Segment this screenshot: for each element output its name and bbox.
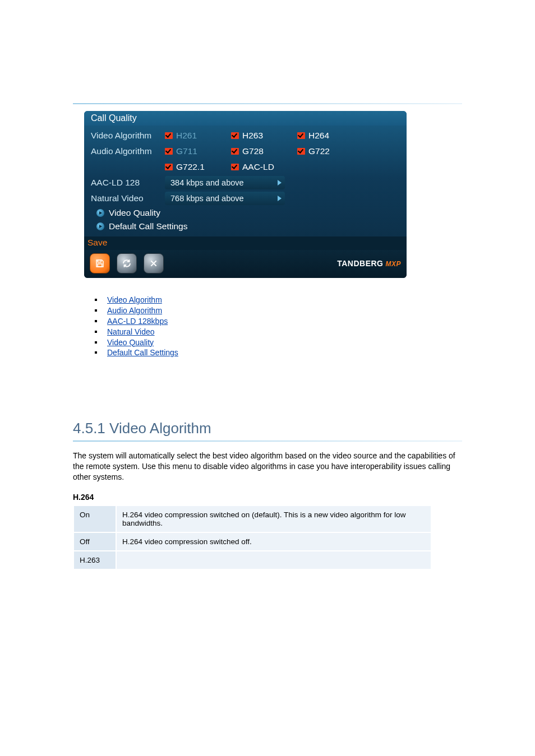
row-aac-ld-128: AAC-LD 128 384 kbps and above [91, 175, 400, 191]
top-divider [73, 103, 462, 104]
panel-link-video-quality-label: Video Quality [109, 208, 160, 218]
h264-table: On H.264 video compression switched on (… [73, 505, 432, 570]
row-natural-video: Natural Video 768 kbps and above [91, 191, 400, 206]
table-row: Off H.264 video compression switched off… [74, 533, 431, 550]
audio-g728-option[interactable]: G728 [231, 146, 297, 156]
panel-link-default-call[interactable]: Default Call Settings [91, 220, 400, 233]
aac-ld-label: AAC-LD 128 [91, 178, 165, 188]
table-cell: On [74, 506, 116, 532]
audio-g722-label: G722 [308, 146, 330, 156]
audio-aacld-option[interactable]: AAC-LD [231, 162, 297, 172]
video-h263-option[interactable]: H263 [231, 131, 297, 141]
checkbox-icon [231, 164, 239, 170]
list-item[interactable]: AAC-LD 128kbps [87, 316, 535, 327]
close-icon [149, 259, 158, 268]
aac-ld-dropdown-value: 384 kbps and above [170, 178, 244, 187]
brand-name: TANDBERG [337, 259, 383, 268]
table-cell: Off [74, 533, 116, 550]
chevron-right-icon [96, 222, 104, 230]
floppy-disk-icon [95, 258, 105, 268]
refresh-button[interactable] [117, 253, 137, 273]
list-item[interactable]: Default Call Settings [87, 347, 535, 358]
panel-footer: TANDBERG MXP [84, 250, 407, 278]
audio-g711-label: G711 [176, 146, 197, 156]
table-row: H.263 [74, 551, 431, 569]
audio-aacld-label: AAC-LD [242, 162, 274, 172]
list-item[interactable]: Video Algorithm [87, 295, 535, 305]
call-quality-panel: Call Quality Video Algorithm H261 H263 [84, 111, 407, 278]
svg-rect-1 [98, 264, 102, 267]
section-subheading: H.264 [73, 493, 462, 502]
brand-suffix: MXP [385, 260, 401, 268]
section-heading: 4.5.1 Video Algorithm [73, 420, 462, 437]
checkbox-icon [165, 132, 173, 139]
video-h263-label: H263 [242, 131, 263, 141]
checkbox-icon [165, 164, 173, 170]
refresh-icon [122, 258, 132, 268]
video-h261-option[interactable]: H261 [165, 131, 231, 141]
list-item[interactable]: Natural Video [87, 327, 535, 337]
audio-g722-option[interactable]: G722 [297, 146, 363, 156]
close-button[interactable] [144, 253, 164, 273]
table-cell: H.263 [74, 551, 116, 569]
list-item[interactable]: Audio Algorithm [87, 305, 535, 316]
brand-logo: TANDBERG MXP [337, 259, 401, 268]
svg-rect-0 [98, 260, 101, 262]
natural-video-label: Natural Video [91, 193, 165, 203]
section-body: The system will automatically select the… [73, 451, 462, 483]
row-audio-algorithm-1: Audio Algorithm G711 G728 G722 [91, 143, 400, 159]
section-divider [73, 440, 462, 442]
audio-g711-option[interactable]: G711 [165, 146, 231, 156]
panel-title: Call Quality [84, 111, 407, 126]
video-algorithm-label: Video Algorithm [91, 131, 165, 141]
save-row: Save [84, 236, 407, 250]
aac-ld-dropdown[interactable]: 384 kbps and above [165, 176, 285, 189]
checkbox-icon [231, 132, 239, 139]
save-button[interactable] [90, 253, 110, 273]
table-row: On H.264 video compression switched on (… [74, 506, 431, 532]
table-cell: H.264 video compression switched off. [117, 533, 431, 550]
video-h264-label: H264 [308, 131, 329, 141]
panel-link-default-call-label: Default Call Settings [109, 221, 187, 231]
video-h264-option[interactable]: H264 [297, 131, 363, 141]
list-item[interactable]: Video Quality [87, 337, 535, 348]
table-cell [117, 551, 431, 569]
link-list: Video Algorithm Audio Algorithm AAC-LD 1… [87, 295, 535, 358]
natural-video-dropdown-value: 768 kbps and above [170, 194, 244, 203]
checkbox-icon [165, 148, 173, 155]
chevron-right-icon [96, 209, 104, 217]
chevron-right-icon [278, 180, 282, 185]
video-h261-label: H261 [176, 131, 197, 141]
audio-g728-label: G728 [242, 146, 264, 156]
checkbox-icon [297, 132, 305, 139]
panel-link-video-quality[interactable]: Video Quality [91, 206, 400, 220]
natural-video-dropdown[interactable]: 768 kbps and above [165, 192, 285, 205]
audio-g7221-option[interactable]: G722.1 [165, 162, 231, 172]
row-video-algorithm: Video Algorithm H261 H263 H264 [91, 128, 400, 143]
checkbox-icon [231, 148, 239, 155]
row-audio-algorithm-2: G722.1 AAC-LD [91, 159, 400, 175]
audio-algorithm-label: Audio Algorithm [91, 146, 165, 156]
table-cell: H.264 video compression switched on (def… [117, 506, 431, 532]
chevron-right-icon [278, 196, 282, 201]
audio-g7221-label: G722.1 [176, 162, 205, 172]
checkbox-icon [297, 148, 305, 155]
save-label: Save [87, 238, 107, 247]
